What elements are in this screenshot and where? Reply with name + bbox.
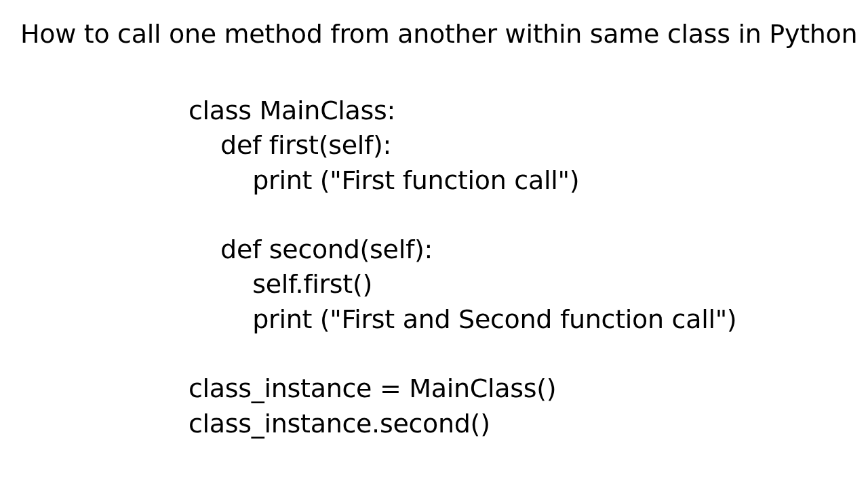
code-snippet: class MainClass: def first(self): print …: [0, 49, 868, 441]
code-line: class MainClass:: [189, 96, 395, 125]
code-line: print ("First and Second function call"): [189, 304, 736, 334]
code-line: def first(self):: [189, 130, 391, 160]
code-line: class_instance = MainClass(): [189, 373, 556, 403]
page-title: How to call one method from another with…: [0, 0, 868, 49]
code-line: self.first(): [189, 269, 372, 299]
code-line: class_instance.second(): [189, 409, 490, 439]
code-line: print ("First function call"): [189, 165, 579, 195]
code-line: def second(self):: [189, 235, 433, 264]
